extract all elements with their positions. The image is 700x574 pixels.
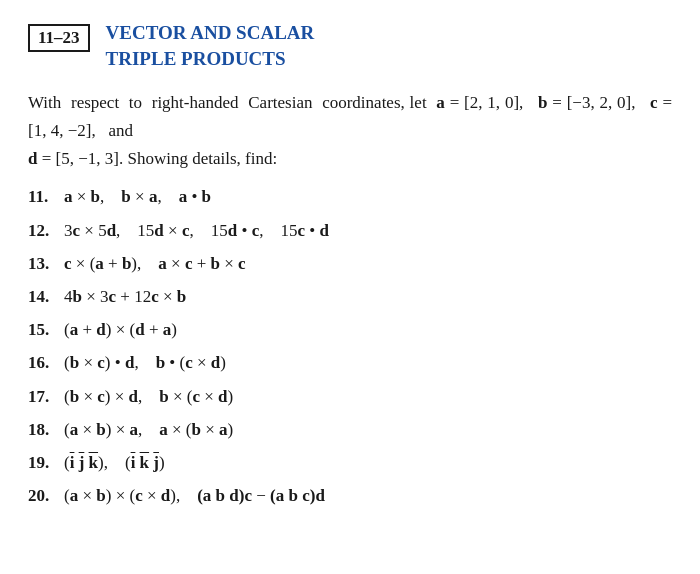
problem-12-number: 12. bbox=[28, 217, 64, 244]
problem-15: 15. (a + d) × (d + a) bbox=[28, 316, 672, 343]
problem-17-number: 17. bbox=[28, 383, 64, 410]
problem-13-content: c × (a + b), a × c + b × c bbox=[64, 250, 246, 277]
section-number: 11–23 bbox=[28, 24, 90, 52]
intro-paragraph: With respect to right-handed Cartesian c… bbox=[28, 89, 672, 173]
problem-12-content: 3c × 5d, 15d × c, 15d • c, 15c • d bbox=[64, 217, 329, 244]
problem-20: 20. (a × b) × (c × d), (a b d)c − (a b c… bbox=[28, 482, 672, 509]
problem-20-content: (a × b) × (c × d), (a b d)c − (a b c)d bbox=[64, 482, 325, 509]
problem-list: 11. a × b, b × a, a • b 12. 3c × 5d, 15d… bbox=[28, 183, 672, 509]
problem-14: 14. 4b × 3c + 12c × b bbox=[28, 283, 672, 310]
problem-14-content: 4b × 3c + 12c × b bbox=[64, 283, 186, 310]
problem-13: 13. c × (a + b), a × c + b × c bbox=[28, 250, 672, 277]
problem-16-content: (b × c) • d, b • (c × d) bbox=[64, 349, 226, 376]
problem-11-number: 11. bbox=[28, 183, 64, 210]
problem-15-content: (a + d) × (d + a) bbox=[64, 316, 177, 343]
problem-11: 11. a × b, b × a, a • b bbox=[28, 183, 672, 210]
problem-17-content: (b × c) × d, b × (c × d) bbox=[64, 383, 233, 410]
page-header: 11–23 VECTOR AND SCALAR TRIPLE PRODUCTS bbox=[28, 20, 672, 71]
problem-12: 12. 3c × 5d, 15d × c, 15d • c, 15c • d bbox=[28, 217, 672, 244]
problem-14-number: 14. bbox=[28, 283, 64, 310]
problem-11-content: a × b, b × a, a • b bbox=[64, 183, 211, 210]
problem-18-content: (a × b) × a, a × (b × a) bbox=[64, 416, 233, 443]
problem-16: 16. (b × c) • d, b • (c × d) bbox=[28, 349, 672, 376]
problem-19-number: 19. bbox=[28, 449, 64, 476]
section-title: VECTOR AND SCALAR TRIPLE PRODUCTS bbox=[106, 20, 315, 71]
problem-17: 17. (b × c) × d, b × (c × d) bbox=[28, 383, 672, 410]
problem-19: 19. (i j k), (i k j) bbox=[28, 449, 672, 476]
problem-18-number: 18. bbox=[28, 416, 64, 443]
problem-15-number: 15. bbox=[28, 316, 64, 343]
problem-16-number: 16. bbox=[28, 349, 64, 376]
problem-20-number: 20. bbox=[28, 482, 64, 509]
problem-13-number: 13. bbox=[28, 250, 64, 277]
problem-19-content: (i j k), (i k j) bbox=[64, 449, 165, 476]
problem-18: 18. (a × b) × a, a × (b × a) bbox=[28, 416, 672, 443]
